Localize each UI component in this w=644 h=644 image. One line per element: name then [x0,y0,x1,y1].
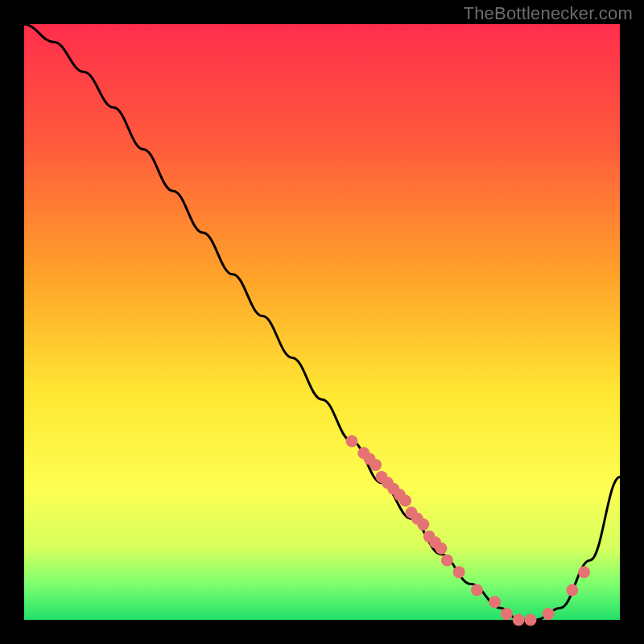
highlight-dot [453,566,465,578]
highlight-dot [369,459,382,471]
highlight-dot [417,518,429,530]
highlight-dot [489,596,501,608]
highlight-dot [471,584,483,597]
bottleneck-chart [0,0,644,644]
gradient-background [24,24,620,620]
highlight-dot [513,614,525,626]
highlight-dot [566,584,578,597]
highlight-dot [399,495,411,507]
highlight-dot [543,608,555,620]
highlight-dot [346,436,358,448]
highlight-dot [436,543,448,555]
chart-frame: TheBottlenecker.com [0,0,644,644]
highlight-dot [525,614,537,626]
highlight-dot [578,566,590,578]
highlight-dot [501,608,513,620]
highlight-dot [441,555,453,567]
watermark-text: TheBottlenecker.com [464,3,633,24]
